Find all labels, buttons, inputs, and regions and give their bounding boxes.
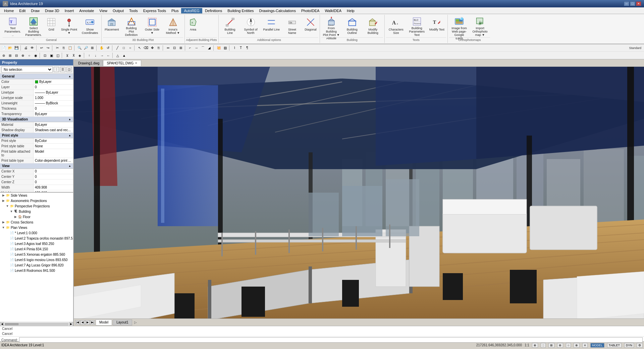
tb-move[interactable]: ✥: [149, 45, 155, 51]
prop-value-shadow[interactable]: Shadows cast and rec...: [34, 128, 73, 133]
select-building-button[interactable]: Select Building Parameters...: [23, 15, 44, 36]
tb-explode[interactable]: 💥: [216, 45, 222, 51]
menu-output[interactable]: Output: [110, 8, 126, 13]
prop-value-print-style[interactable]: ByColor: [34, 138, 73, 143]
status-grid-icon[interactable]: ::: [541, 343, 546, 348]
tb-chamfer[interactable]: ◢: [206, 45, 212, 51]
prop-value-print-type[interactable]: Color-dependent print ...: [34, 158, 73, 163]
modify-text-button[interactable]: T Modify Text: [428, 15, 446, 36]
view-section-header[interactable]: View ▲: [0, 163, 73, 169]
tree-building[interactable]: ▼ 🏗 Building: [0, 209, 73, 214]
prop-value-layer[interactable]: 0: [34, 85, 73, 90]
menu-building-entities[interactable]: Building Entities: [225, 8, 256, 13]
prop-value-linetype-scale[interactable]: 1.000: [34, 95, 73, 100]
expander-perspective[interactable]: ▼: [5, 204, 9, 208]
general-section-header[interactable]: General ▲: [0, 74, 73, 79]
tb-erase[interactable]: ⌫: [143, 45, 149, 51]
tb-line[interactable]: ╱: [114, 45, 120, 51]
tb-open[interactable]: 📂: [7, 45, 13, 51]
tree-scroll[interactable]: ▶ 📁 Side Views ▶ 📁 Axonometric Projectio…: [0, 193, 73, 322]
tree-horizontal-scrollbar[interactable]: ◀ ▶: [0, 322, 73, 326]
nav-next-tab[interactable]: ▶: [85, 320, 90, 325]
tree-axonometric[interactable]: ▶ 📁 Axonometric Projections: [0, 198, 73, 203]
building-outline-button[interactable]: Building Outline: [342, 15, 362, 36]
sel-icon-2[interactable]: ☰: [60, 67, 65, 72]
tb-new[interactable]: 📄: [1, 45, 7, 51]
tb2-17[interactable]: △: [115, 52, 121, 58]
tb-zoom-out[interactable]: 🔎: [83, 45, 89, 51]
tb2-11[interactable]: ⊼: [70, 52, 76, 58]
status-settings-icon[interactable]: ⚙: [637, 343, 643, 348]
show-coordinates-button[interactable]: X,Y Show Coordinates: [80, 15, 100, 36]
layout-add[interactable]: ▷: [133, 320, 138, 324]
prop-value-height[interactable]: 181.116: [34, 190, 73, 192]
prop-value-center-z[interactable]: 0: [34, 180, 73, 185]
tb2-18[interactable]: ▲: [121, 52, 127, 58]
drawing-tab-2[interactable]: SPAHOTEL.DWG ✕: [103, 60, 141, 66]
menu-home[interactable]: Home: [1, 8, 16, 13]
prop-value-color[interactable]: ByLayer: [34, 79, 73, 84]
scroll-right-arrow[interactable]: ▶: [69, 322, 73, 326]
prop-value-center-x[interactable]: 0: [34, 169, 73, 174]
tree-level-4[interactable]: 📄 Level:4 Pimia 834.150: [0, 246, 73, 252]
tb2-10[interactable]: ⊻: [64, 52, 70, 58]
status-tablet-btn[interactable]: TABLET: [607, 343, 622, 348]
model-tab[interactable]: Model: [96, 319, 112, 326]
tb-text[interactable]: T: [238, 45, 244, 51]
tb2-14[interactable]: ↓: [93, 52, 99, 58]
status-lineweight-icon[interactable]: ≡: [582, 343, 587, 348]
expander-cross-sections[interactable]: ▶: [1, 220, 5, 224]
tree-plan-views[interactable]: ▼ 📁 Plan Views: [0, 225, 73, 230]
menu-express-tools[interactable]: Express Tools: [141, 8, 169, 13]
building-params-text-button[interactable]: BLD Params Building Parameters Text: [407, 15, 427, 36]
menu-autoreg[interactable]: AutoREG: [181, 8, 202, 13]
status-model-btn[interactable]: MODEL: [590, 343, 604, 348]
tb2-15[interactable]: →: [99, 52, 105, 58]
menu-tools[interactable]: Tools: [126, 8, 141, 13]
tb2-12[interactable]: ◈: [77, 52, 83, 58]
import-ortho-button[interactable]: Import Orthophotomap ▼: [470, 15, 490, 36]
cmd-input[interactable]: [19, 337, 643, 343]
menu-view[interactable]: View: [97, 8, 110, 13]
tb-trim[interactable]: ⌐: [187, 45, 193, 51]
tb2-7[interactable]: ⊡: [42, 52, 48, 58]
parallel-line-button[interactable]: Parallel Line: [262, 15, 282, 36]
prop-value-material[interactable]: ByLayer: [34, 122, 73, 127]
layout1-tab[interactable]: Layout1: [113, 319, 132, 326]
tb2-5[interactable]: ○: [26, 52, 32, 58]
tb2-2[interactable]: ⊞: [7, 52, 13, 58]
tb-rect[interactable]: □: [121, 45, 127, 51]
close-button[interactable]: ✕: [636, 1, 641, 6]
prop-value-lineweight[interactable]: ——— ByBlock: [34, 101, 73, 106]
menu-drawings-calc[interactable]: Drawings-Calculations: [257, 8, 299, 13]
building-line-button[interactable]: Building Line: [220, 15, 240, 36]
menu-definitions[interactable]: Definitions: [202, 8, 225, 13]
print-style-section-header[interactable]: Print style ▲: [0, 133, 73, 138]
tb-redo[interactable]: ↪: [45, 45, 51, 51]
menu-annotate[interactable]: Annotate: [76, 8, 97, 13]
tb-mtext[interactable]: ¶: [244, 45, 250, 51]
tb2-9[interactable]: ◫: [55, 52, 61, 58]
tree-level-7[interactable]: 📄 Level:7 Ag Lucas Grigor 896.820: [0, 262, 73, 268]
tb-paste[interactable]: 📋: [67, 45, 73, 51]
tree-level-8[interactable]: 📄 Level:8 Rodromos 841.500: [0, 268, 73, 273]
tb2-16[interactable]: ←: [105, 52, 111, 58]
symbol-north-button[interactable]: N Symbol of North: [241, 15, 261, 36]
tb-circle[interactable]: ○: [127, 45, 133, 51]
tree-cross-sections[interactable]: ▶ 📁 Cross Sections: [0, 219, 73, 225]
status-otrack-icon[interactable]: ⊕: [574, 343, 580, 348]
image-web-button[interactable]: 🌐 Image from Web page-Google Earth: [449, 15, 469, 36]
tb-undo[interactable]: ↩: [39, 45, 45, 51]
menu-plus[interactable]: Plus: [169, 8, 181, 13]
expander-side-views[interactable]: ▶: [1, 193, 5, 197]
tree-level-6[interactable]: 📄 Level:6 Iogio mosiou Linos 893.650: [0, 257, 73, 262]
tb2-3[interactable]: ⊟: [13, 52, 19, 58]
tb-print[interactable]: 🖨: [23, 45, 29, 51]
nav-first-tab[interactable]: |◀: [75, 320, 80, 325]
viewport[interactable]: Drawing1.dwg SPAHOTEL.DWG ✕: [74, 59, 644, 326]
area-button[interactable]: A Area: [186, 15, 200, 36]
tb-zoom-in[interactable]: 🔍: [76, 45, 83, 51]
sel-icon-1[interactable]: ⋮: [54, 67, 59, 72]
tb-mirror[interactable]: ⇔: [165, 45, 171, 51]
tree-level-3[interactable]: 📄 Level:3 Agios loaf 850.250: [0, 241, 73, 246]
